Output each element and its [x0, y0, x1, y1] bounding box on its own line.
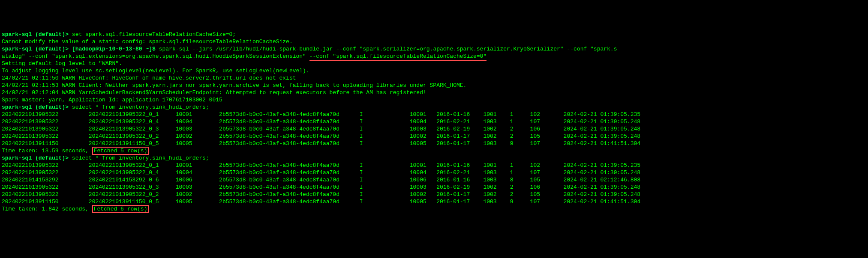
shell-prompt: [hadoop@ip-10-0-13-80 ~]$ — [72, 46, 159, 52]
table-row: 20240221013905322 20240221013905322_0_1 … — [2, 162, 866, 169]
table-row: 20240221014153292 20240221014153292_0_6 … — [2, 176, 866, 184]
timing-line: Time taken: 1.842 seconds, Fetched 6 row… — [2, 205, 866, 213]
sql-prompt: spark-sql (default)> — [2, 155, 72, 161]
log-line: To adjust logging level use sc.setLogLev… — [2, 67, 866, 74]
sql-prompt: spark-sql (default)> — [2, 104, 72, 110]
table-row: 20240221013905322 20240221013905322_0_2 … — [2, 191, 866, 198]
timing-line: Time taken: 13.59 seconds, Fetched 5 row… — [2, 147, 866, 154]
sql-prompt: spark-sql (default)> — [2, 46, 72, 52]
highlighted-conf: --conf "spark.sql.filesourceTableRelatio… — [309, 53, 487, 61]
log-line: 24/02/21 02:11:50 WARN HiveConf: HiveCon… — [2, 74, 866, 82]
log-line: Setting default log level to "WARN". — [2, 60, 866, 67]
sql-prompt: spark-sql (default)> — [2, 31, 72, 38]
table-row: 20240221013905322 20240221013905322_0_3 … — [2, 184, 866, 191]
query-line[interactable]: spark-sql (default)> select * from inven… — [2, 104, 866, 111]
prompt-line[interactable]: spark-sql (default)> set spark.sql.files… — [2, 31, 866, 38]
table-row: 20240221013911150 20240221013911150_0_5 … — [2, 198, 866, 205]
log-line: Spark master: yarn, Application Id: appl… — [2, 96, 866, 104]
fetched-count: Fetched 6 row(s) — [92, 205, 149, 213]
command-text: spark-sql --jars /usr/lib/hudi/hudi-spar… — [159, 46, 617, 52]
terminal-output: spark-sql (default)> set spark.sql.files… — [2, 31, 866, 213]
table-row: 20240221013905322 20240221013905322_0_1 … — [2, 111, 866, 118]
command-text: set spark.sql.filesourceTableRelationCac… — [72, 31, 236, 38]
shell-line-2: atalog" --conf "spark.sql.extensions=org… — [2, 53, 866, 60]
table-row: 20240221013905322 20240221013905322_0_4 … — [2, 169, 866, 176]
query-text: select * from inventory.sink_hudi_orders… — [72, 155, 209, 161]
shell-line-1[interactable]: spark-sql (default)> [hadoop@ip-10-0-13-… — [2, 45, 866, 53]
query-line[interactable]: spark-sql (default)> select * from inven… — [2, 154, 866, 162]
query-text: select * from inventory.sink_hudi_orders… — [72, 104, 209, 110]
fetched-count: Fetched 5 row(s) — [92, 147, 149, 155]
table-row: 20240221013905322 20240221013905322_0_2 … — [2, 133, 866, 140]
table-row: 20240221013905322 20240221013905322_0_4 … — [2, 118, 866, 125]
table-row: 20240221013911150 20240221013911150_0_5 … — [2, 140, 866, 147]
command-text: atalog" --conf "spark.sql.extensions=org… — [2, 53, 309, 59]
table-row: 20240221013905322 20240221013905322_0_3 … — [2, 125, 866, 133]
log-line: 24/02/21 02:12:04 WARN YarnSchedulerBack… — [2, 89, 866, 96]
error-line: Cannot modify the value of a static conf… — [2, 38, 866, 45]
time-taken: Time taken: 13.59 seconds, — [2, 148, 92, 154]
time-taken: Time taken: 1.842 seconds, — [2, 206, 92, 212]
log-line: 24/02/21 02:11:53 WARN Client: Neither s… — [2, 82, 866, 89]
